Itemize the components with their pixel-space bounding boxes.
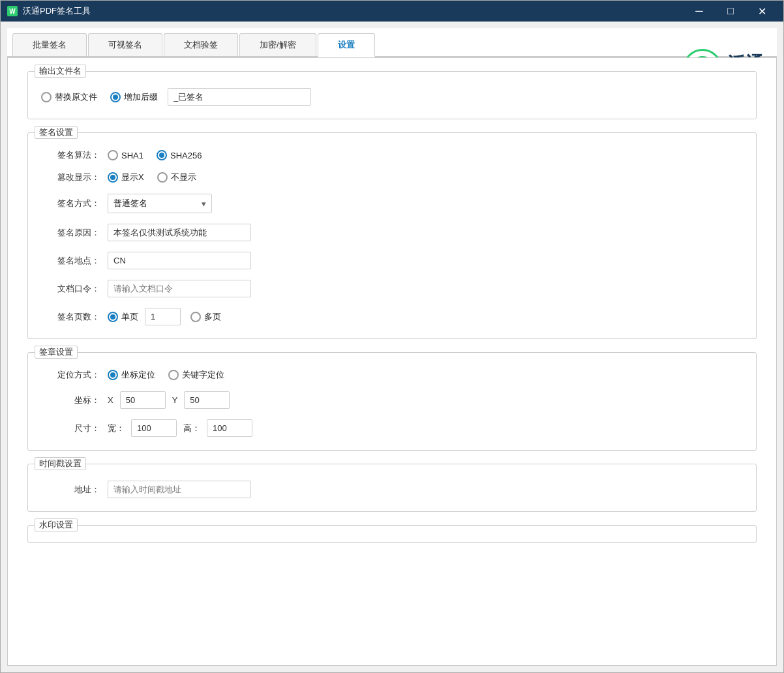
window-title: 沃通PDF签名工具 xyxy=(23,5,684,17)
svg-text:W: W xyxy=(9,8,16,15)
size-group: 宽： 高： xyxy=(108,419,252,437)
tab-visual[interactable]: 可视签名 xyxy=(88,33,162,56)
algorithm-row: 签名算法： SHA1 SHA256 xyxy=(41,149,743,161)
y-input[interactable] xyxy=(184,391,230,409)
replace-file-radio[interactable]: 替换原文件 xyxy=(41,91,97,103)
close-button[interactable]: ✕ xyxy=(747,1,777,22)
xy-label: 坐标： xyxy=(41,395,100,406)
stamp-settings-label: 签章设置 xyxy=(35,346,78,359)
y-label: Y xyxy=(172,395,178,405)
coord-label: 坐标定位 xyxy=(121,369,155,381)
hide-radio[interactable]: 不显示 xyxy=(157,172,196,183)
coord-radio-circle xyxy=(108,370,118,380)
titlebar: W 沃通PDF签名工具 ─ □ ✕ xyxy=(1,1,783,22)
sign-pages-row: 签名页数： 单页 多页 xyxy=(41,308,743,325)
sign-location-row: 签名地点： xyxy=(41,252,743,269)
replace-file-label: 替换原文件 xyxy=(55,91,97,103)
output-filename-row: 替换原文件 增加后缀 xyxy=(41,88,743,106)
tab-settings[interactable]: 设置 xyxy=(318,33,375,57)
tab-bar: 批量签名 可视签名 文档验签 加密/解密 设置 xyxy=(7,28,777,57)
sign-method-label: 签名方式： xyxy=(41,198,100,209)
minimize-button[interactable]: ─ xyxy=(684,1,714,22)
sign-settings-label: 签名设置 xyxy=(35,126,78,139)
coordinates-row: 坐标： X Y xyxy=(41,391,743,409)
sha256-radio[interactable]: SHA256 xyxy=(157,150,202,160)
width-label: 宽： xyxy=(108,423,125,434)
multi-page-radio-circle xyxy=(190,312,201,322)
position-radio-group: 坐标定位 关键字定位 xyxy=(108,369,224,381)
timestamp-address-input[interactable] xyxy=(108,481,251,498)
hide-radio-circle xyxy=(157,172,168,183)
timestamp-address-label: 地址： xyxy=(41,484,100,496)
sign-method-dropdown[interactable]: 普通签名 ▾ xyxy=(108,194,212,213)
sign-reason-label: 签名原因： xyxy=(41,227,100,239)
show-x-radio-circle xyxy=(108,172,118,183)
append-suffix-radio-circle xyxy=(110,92,121,102)
height-input[interactable] xyxy=(207,419,252,437)
position-method-row: 定位方式： 坐标定位 关键字定位 xyxy=(41,369,743,381)
sha256-label: SHA256 xyxy=(170,151,202,160)
size-row: 尺寸： 宽： 高： xyxy=(41,419,743,437)
doc-password-label: 文档口令： xyxy=(41,283,100,295)
tab-encrypt[interactable]: 加密/解密 xyxy=(239,33,316,56)
height-label: 高： xyxy=(183,423,200,434)
sha1-label: SHA1 xyxy=(121,151,143,160)
watermark-settings-section: 水印设置 xyxy=(27,525,757,543)
coord-radio[interactable]: 坐标定位 xyxy=(108,369,155,381)
tamper-radio-group: 显示X 不显示 xyxy=(108,172,196,183)
sign-settings-section: 签名设置 签名算法： SHA1 SHA256 xyxy=(27,132,757,339)
sha1-radio-circle xyxy=(108,150,118,160)
sha1-radio[interactable]: SHA1 xyxy=(108,150,143,160)
sign-method-value: 普通签名 xyxy=(113,198,147,209)
tab-verify[interactable]: 文档验签 xyxy=(164,33,238,56)
stamp-settings-section: 签章设置 定位方式： 坐标定位 关键字定位 xyxy=(27,352,757,451)
main-content: 沃通 WoTrus 批量签名 可视签名 文档验签 加密/解密 设置 输出文件名 xyxy=(1,22,783,672)
append-suffix-label: 增加后缀 xyxy=(124,91,158,103)
x-input[interactable] xyxy=(120,391,166,409)
algorithm-radio-group: SHA1 SHA256 xyxy=(108,150,202,160)
doc-password-input[interactable] xyxy=(108,280,251,297)
sign-method-row: 签名方式： 普通签名 ▾ xyxy=(41,194,743,213)
position-method-label: 定位方式： xyxy=(41,369,100,381)
sign-location-label: 签名地点： xyxy=(41,255,100,267)
multi-page-label: 多页 xyxy=(204,311,221,323)
sign-reason-row: 签名原因： xyxy=(41,224,743,241)
output-filename-label: 输出文件名 xyxy=(35,65,86,78)
append-suffix-radio[interactable]: 增加后缀 xyxy=(110,91,158,103)
page-number-input[interactable] xyxy=(145,308,181,325)
app-icon: W xyxy=(7,6,18,16)
tab-batch[interactable]: 批量签名 xyxy=(12,33,87,56)
coord-group: X Y xyxy=(108,391,230,409)
size-label: 尺寸： xyxy=(41,423,100,434)
output-filename-section: 输出文件名 替换原文件 增加后缀 xyxy=(27,71,757,119)
show-x-label: 显示X xyxy=(121,172,144,183)
tamper-row: 篡改显示： 显示X 不显示 xyxy=(41,172,743,183)
show-x-radio[interactable]: 显示X xyxy=(108,172,144,183)
timestamp-settings-label: 时间戳设置 xyxy=(35,457,86,470)
tab-wrapper: 批量签名 可视签名 文档验签 加密/解密 设置 输出文件名 替换原文件 xyxy=(7,28,777,666)
single-page-radio[interactable]: 单页 xyxy=(108,311,138,323)
suffix-input[interactable] xyxy=(168,88,311,106)
timestamp-settings-section: 时间戳设置 地址： xyxy=(27,464,757,512)
settings-panel: 输出文件名 替换原文件 增加后缀 xyxy=(7,57,777,666)
algorithm-label: 签名算法： xyxy=(41,149,100,161)
single-page-radio-circle xyxy=(108,312,118,322)
multi-page-radio[interactable]: 多页 xyxy=(190,311,221,323)
tamper-label: 篡改显示： xyxy=(41,172,100,183)
dropdown-arrow-icon: ▾ xyxy=(202,199,206,209)
keyword-radio[interactable]: 关键字定位 xyxy=(168,369,224,381)
hide-label: 不显示 xyxy=(171,172,196,183)
sign-location-input[interactable] xyxy=(108,252,251,269)
sign-pages-label: 签名页数： xyxy=(41,311,100,323)
window-controls: ─ □ ✕ xyxy=(684,1,777,22)
x-label: X xyxy=(108,395,113,405)
doc-password-row: 文档口令： xyxy=(41,280,743,297)
sha256-radio-circle xyxy=(157,150,167,160)
replace-file-radio-circle xyxy=(41,92,52,102)
single-page-label: 单页 xyxy=(121,311,138,323)
timestamp-address-row: 地址： xyxy=(41,481,743,498)
watermark-settings-label: 水印设置 xyxy=(35,518,78,531)
sign-reason-input[interactable] xyxy=(108,224,251,241)
width-input[interactable] xyxy=(131,419,177,437)
maximize-button[interactable]: □ xyxy=(716,1,746,22)
